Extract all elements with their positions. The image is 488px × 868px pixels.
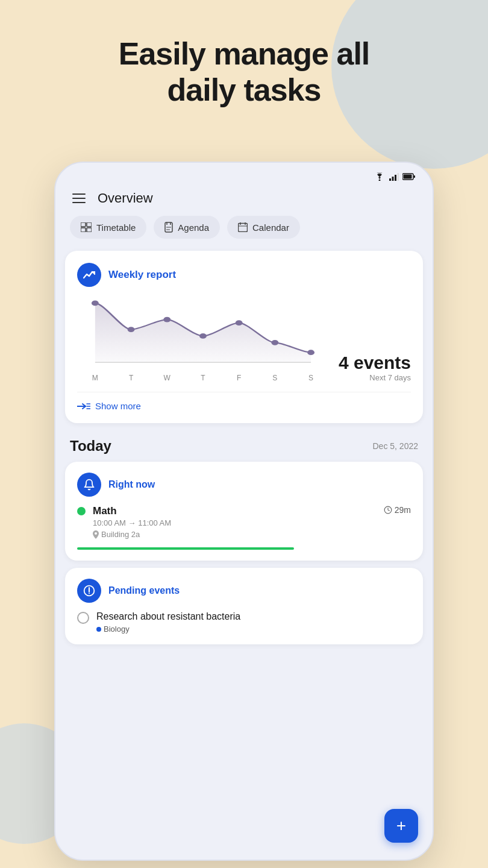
phone-frame: Overview Timetable Agenda bbox=[54, 162, 434, 861]
today-date: Dec 5, 2022 bbox=[373, 441, 419, 451]
svg-point-0 bbox=[379, 180, 381, 181]
card-header: Weekly report bbox=[77, 263, 411, 287]
today-header: Today Dec 5, 2022 bbox=[55, 433, 433, 462]
svg-rect-8 bbox=[81, 222, 86, 227]
right-now-title: Right now bbox=[108, 479, 155, 490]
event-timer: 29m bbox=[384, 505, 411, 515]
weekly-report-icon bbox=[77, 263, 101, 287]
status-icons bbox=[374, 172, 416, 181]
tag-label: Biology bbox=[104, 624, 130, 634]
chart-day-S2: S bbox=[293, 374, 329, 382]
agenda-icon bbox=[164, 222, 173, 233]
svg-rect-7 bbox=[404, 175, 412, 179]
events-count: 4 events bbox=[339, 353, 411, 373]
svg-rect-10 bbox=[81, 228, 86, 232]
show-more-label: Show more bbox=[95, 401, 141, 411]
pending-event-tag: Biology bbox=[96, 624, 411, 634]
tabs-row: Timetable Agenda Calendar bbox=[55, 216, 433, 251]
app-title: Overview bbox=[98, 190, 153, 206]
chart-labels: M T W T F S S bbox=[77, 371, 329, 382]
chart-svg bbox=[77, 297, 329, 369]
tab-timetable[interactable]: Timetable bbox=[70, 216, 146, 239]
pending-dot bbox=[77, 612, 89, 624]
pending-header: Pending events bbox=[77, 579, 411, 603]
math-event-name: Math bbox=[93, 505, 377, 517]
event-progress-bar bbox=[77, 547, 294, 550]
tab-calendar[interactable]: Calendar bbox=[227, 216, 300, 239]
svg-rect-11 bbox=[87, 228, 92, 232]
calendar-icon bbox=[238, 222, 248, 232]
chart-day-W: W bbox=[149, 374, 185, 382]
timetable-icon bbox=[81, 222, 92, 232]
location-icon bbox=[93, 530, 99, 539]
chart-day-F: F bbox=[221, 374, 257, 382]
hero-title: Easily manage all daily tasks bbox=[48, 36, 440, 108]
tab-agenda[interactable]: Agenda bbox=[154, 216, 220, 239]
pending-icon bbox=[77, 579, 101, 603]
svg-point-21 bbox=[92, 301, 99, 306]
show-more-icon bbox=[77, 401, 90, 411]
math-event-time: 10:00 AM → 11:00 AM bbox=[93, 518, 377, 527]
math-event-info: Math 10:00 AM → 11:00 AM Building 2a bbox=[93, 505, 377, 539]
svg-rect-9 bbox=[87, 222, 92, 227]
svg-rect-17 bbox=[239, 224, 248, 232]
svg-point-26 bbox=[271, 340, 278, 345]
svg-point-23 bbox=[163, 317, 170, 322]
svg-rect-6 bbox=[414, 175, 416, 178]
pending-event-info: Research about resistant bacteria Biolog… bbox=[96, 611, 411, 634]
svg-point-33 bbox=[95, 532, 97, 535]
chart-day-S1: S bbox=[257, 374, 293, 382]
math-event-location: Building 2a bbox=[93, 530, 377, 539]
event-status-dot bbox=[77, 507, 86, 515]
tag-dot bbox=[96, 627, 101, 632]
pending-event-item[interactable]: Research about resistant bacteria Biolog… bbox=[77, 611, 411, 634]
chart-day-T1: T bbox=[113, 374, 149, 382]
svg-rect-2 bbox=[392, 177, 394, 181]
svg-rect-3 bbox=[395, 175, 396, 181]
weekly-report-title: Weekly report bbox=[108, 269, 176, 281]
chart-stats: 4 events Next 7 days bbox=[329, 353, 411, 382]
fab-add-button[interactable]: + bbox=[384, 809, 418, 843]
battery-icon bbox=[402, 173, 416, 180]
right-now-header: Right now bbox=[77, 473, 411, 497]
today-title: Today bbox=[70, 438, 111, 454]
hamburger-menu[interactable] bbox=[70, 191, 88, 206]
svg-point-25 bbox=[236, 320, 243, 326]
svg-point-22 bbox=[128, 327, 135, 332]
svg-point-24 bbox=[199, 333, 207, 339]
wifi-icon bbox=[374, 172, 386, 181]
right-now-icon bbox=[77, 473, 101, 497]
chart-day-M: M bbox=[77, 374, 113, 382]
pending-title: Pending events bbox=[108, 585, 180, 596]
pending-events-card: Pending events Research about resistant … bbox=[65, 568, 423, 644]
right-now-card: Right now Math 10:00 AM → 11:00 AM Build… bbox=[65, 462, 423, 561]
pending-event-name: Research about resistant bacteria bbox=[96, 611, 411, 622]
app-header: Overview bbox=[55, 186, 433, 216]
math-event[interactable]: Math 10:00 AM → 11:00 AM Building 2a bbox=[77, 505, 411, 539]
show-more-button[interactable]: Show more bbox=[77, 392, 411, 411]
weekly-report-card: Weekly report bbox=[65, 251, 423, 423]
clock-icon bbox=[384, 506, 392, 514]
events-label: Next 7 days bbox=[339, 373, 411, 382]
chart-day-T2: T bbox=[185, 374, 221, 382]
svg-point-37 bbox=[89, 593, 90, 594]
svg-rect-1 bbox=[389, 178, 391, 181]
svg-point-27 bbox=[307, 350, 314, 355]
svg-rect-4 bbox=[398, 173, 399, 181]
status-bar bbox=[55, 163, 433, 186]
chart-container: M T W T F S S bbox=[77, 297, 329, 382]
signal-icon bbox=[389, 172, 399, 181]
hero-section: Easily manage all daily tasks bbox=[0, 36, 488, 108]
chart-area: M T W T F S S 4 events Next 7 days bbox=[77, 297, 411, 382]
